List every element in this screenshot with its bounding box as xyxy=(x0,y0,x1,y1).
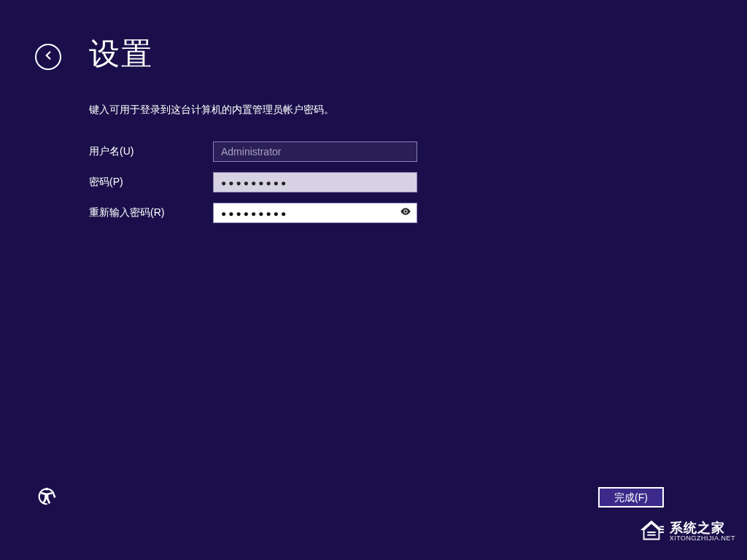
confirm-password-field-wrap xyxy=(213,203,417,223)
svg-rect-3 xyxy=(659,529,664,530)
ease-of-access-icon xyxy=(36,486,57,509)
page-title: 设置 xyxy=(89,34,153,74)
password-input[interactable] xyxy=(213,172,417,192)
instruction-text: 键入可用于登录到这台计算机的内置管理员帐户密码。 xyxy=(89,104,334,117)
arrow-left-icon xyxy=(42,49,55,65)
username-label: 用户名(U) xyxy=(89,145,213,158)
ease-of-access-button[interactable] xyxy=(35,486,58,509)
confirm-password-input[interactable] xyxy=(213,203,417,223)
svg-rect-1 xyxy=(647,534,655,536)
watermark-text: 系统之家 XITONGZHIJIA.NET xyxy=(670,521,735,542)
watermark: 系统之家 XITONGZHIJIA.NET xyxy=(638,518,735,545)
svg-rect-4 xyxy=(659,532,664,533)
confirm-password-label: 重新输入密码(R) xyxy=(89,206,213,219)
watermark-house-icon xyxy=(638,518,665,545)
settings-form: 用户名(U) 密码(P) 重新输入密码(R) xyxy=(89,131,527,223)
reveal-password-button[interactable] xyxy=(398,206,413,220)
watermark-sub: XITONGZHIJIA.NET xyxy=(670,535,735,542)
confirm-password-row: 重新输入密码(R) xyxy=(89,203,527,223)
username-row: 用户名(U) xyxy=(89,141,527,162)
password-label: 密码(P) xyxy=(89,176,213,189)
username-field-wrap xyxy=(213,141,417,162)
svg-rect-0 xyxy=(647,532,655,533)
svg-rect-2 xyxy=(659,526,664,527)
finish-button[interactable]: 完成(F) xyxy=(598,487,664,508)
watermark-main: 系统之家 xyxy=(670,521,735,535)
password-row: 密码(P) xyxy=(89,172,527,192)
password-field-wrap xyxy=(213,172,417,192)
back-button[interactable] xyxy=(35,44,61,70)
eye-icon xyxy=(400,206,411,220)
username-input xyxy=(213,141,417,162)
